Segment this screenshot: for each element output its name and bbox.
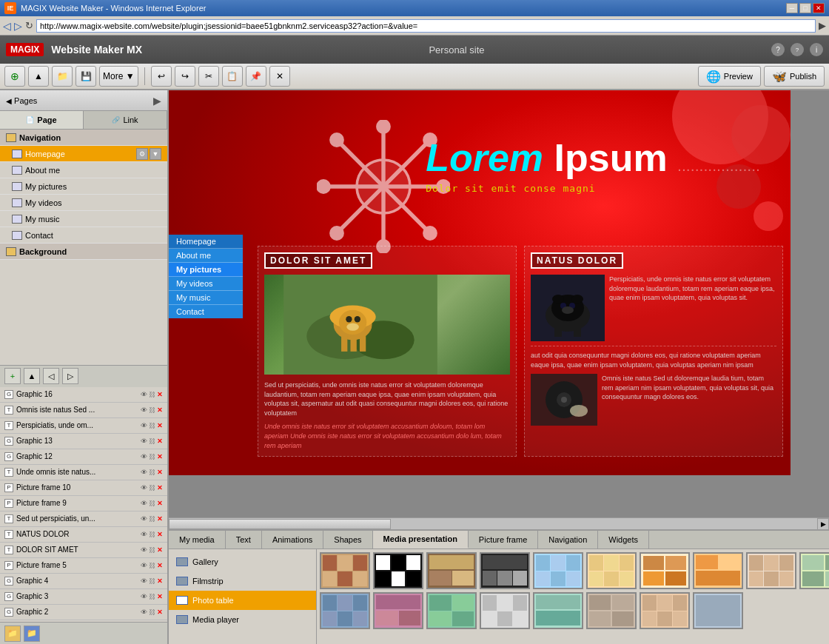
site-nav-videos[interactable]: My videos: [169, 277, 243, 291]
sidebar-item-pictures[interactable]: My pictures: [0, 178, 167, 195]
lock-icon[interactable]: ⛓: [149, 406, 155, 414]
lock-icon[interactable]: ⛓: [149, 422, 155, 429]
lock-icon[interactable]: ⛓: [149, 562, 155, 569]
open-button[interactable]: 📁: [52, 66, 73, 87]
layer-unde[interactable]: T Unde omnis iste natus... 👁 ⛓ ✕: [0, 465, 167, 480]
tab-widgets[interactable]: Widgets: [598, 531, 649, 549]
delete-layer-btn[interactable]: ✕: [157, 608, 163, 616]
thumb-10[interactable]: [799, 552, 829, 589]
delete-button[interactable]: ✕: [269, 66, 290, 87]
back-icon[interactable]: ◁: [3, 20, 11, 32]
tab-my-media[interactable]: My media: [169, 531, 226, 549]
delete-layer-btn[interactable]: ✕: [157, 593, 163, 600]
lock-icon[interactable]: ⛓: [149, 546, 155, 554]
canvas-scroll[interactable]: Lorem Ipsum ................... Dolor si…: [169, 90, 829, 517]
tab-page[interactable]: 📄 Page: [0, 111, 84, 129]
close-button[interactable]: ✕: [813, 3, 825, 13]
sidebar-item-background[interactable]: Background: [0, 244, 167, 260]
delete-layer-btn[interactable]: ✕: [157, 562, 163, 569]
eye-icon[interactable]: 👁: [141, 391, 147, 398]
upload-button[interactable]: ▲: [28, 66, 49, 87]
move-left-btn[interactable]: ◁: [43, 368, 59, 384]
eye-icon[interactable]: 👁: [141, 453, 147, 460]
eye-icon[interactable]: 👁: [141, 422, 147, 429]
layer-graphic12[interactable]: G Graphic 12 👁 ⛓ ✕: [0, 449, 167, 465]
delete-layer-btn[interactable]: ✕: [157, 453, 163, 460]
site-nav-music[interactable]: My music: [169, 291, 243, 305]
minimize-button[interactable]: ─: [786, 3, 798, 13]
lock-icon[interactable]: ⛓: [149, 608, 155, 616]
eye-icon[interactable]: 👁: [141, 593, 147, 600]
thumb-4[interactable]: [480, 552, 530, 589]
lock-icon[interactable]: ⛓: [149, 391, 155, 398]
move-up-btn[interactable]: ▲: [24, 368, 40, 384]
thumb-7[interactable]: [640, 552, 690, 589]
layer-natus[interactable]: T NATUS DOLOR 👁 ⛓ ✕: [0, 527, 167, 543]
site-nav-contact[interactable]: Contact: [169, 305, 243, 318]
thumb-2[interactable]: [373, 552, 423, 589]
layer-sed[interactable]: T Sed ut perspiciatis, un... 👁 ⛓ ✕: [0, 511, 167, 527]
delete-layer-btn[interactable]: ✕: [157, 437, 163, 445]
thumb-3[interactable]: [426, 552, 477, 589]
canvas-horizontal-scrollbar[interactable]: ▶: [169, 517, 829, 529]
site-nav-about[interactable]: About me: [169, 249, 243, 263]
thumb-16[interactable]: [480, 592, 530, 629]
lock-icon[interactable]: ⛓: [149, 469, 155, 476]
thumb-9[interactable]: [746, 552, 796, 589]
sidebar-collapse-btn[interactable]: ▶: [153, 95, 161, 107]
layer-graphic2[interactable]: G Graphic 2 👁 ⛓ ✕: [0, 605, 167, 620]
undo-button[interactable]: ↩: [151, 66, 172, 87]
media-item-gallery[interactable]: Gallery: [169, 552, 316, 571]
redo-button[interactable]: ↪: [175, 66, 195, 87]
media-item-media-player[interactable]: Media player: [169, 610, 316, 629]
more-button[interactable]: More ▼: [99, 66, 138, 87]
new-button[interactable]: ⊕: [4, 66, 25, 87]
delete-layer-btn[interactable]: ✕: [157, 391, 163, 398]
refresh-icon[interactable]: ↻: [25, 20, 33, 31]
delete-layer-btn[interactable]: ✕: [157, 406, 163, 414]
eye-icon[interactable]: 👁: [141, 406, 147, 414]
layer-pictureframe10[interactable]: P Picture frame 10 👁 ⛓ ✕: [0, 480, 167, 496]
site-nav-pictures[interactable]: My pictures: [169, 263, 243, 277]
tab-shapes[interactable]: Shapes: [323, 531, 372, 549]
dropdown-button[interactable]: ▼: [150, 148, 161, 160]
delete-layer-btn[interactable]: ✕: [157, 484, 163, 492]
thumb-17[interactable]: [533, 592, 583, 629]
eye-icon[interactable]: 👁: [141, 500, 147, 507]
add-page-btn[interactable]: +: [4, 368, 21, 384]
layer-perspiciatis[interactable]: T Perspiciatis, unde om... 👁 ⛓ ✕: [0, 418, 167, 434]
thumb-18[interactable]: [586, 592, 637, 629]
delete-layer-btn[interactable]: ✕: [157, 531, 163, 538]
eye-icon[interactable]: 👁: [141, 531, 147, 538]
eye-icon[interactable]: 👁: [141, 484, 147, 492]
site-nav-homepage[interactable]: Homepage: [169, 235, 243, 249]
layer-pictureframe5[interactable]: P Picture frame 5 👁 ⛓ ✕: [0, 558, 167, 574]
eye-icon[interactable]: 👁: [141, 546, 147, 554]
publish-button[interactable]: 🦋 Publish: [764, 66, 825, 87]
tab-text[interactable]: Text: [226, 531, 262, 549]
layer-graphic13[interactable]: G Graphic 13 👁 ⛓ ✕: [0, 434, 167, 449]
go-icon[interactable]: ▶: [819, 20, 826, 31]
eye-icon[interactable]: 👁: [141, 469, 147, 476]
cut-button[interactable]: ✂: [198, 66, 219, 87]
layer-omnis[interactable]: T Omnis iste natus Sed ... 👁 ⛓ ✕: [0, 403, 167, 418]
help-icon[interactable]: ?: [771, 43, 785, 56]
save-button[interactable]: 💾: [75, 66, 96, 87]
lock-icon[interactable]: ⛓: [149, 437, 155, 445]
forward-icon[interactable]: ▷: [14, 20, 22, 32]
lock-icon[interactable]: ⛓: [149, 500, 155, 507]
tab-link[interactable]: 🔗 Link: [84, 111, 167, 129]
delete-layer-btn[interactable]: ✕: [157, 469, 163, 476]
tab-animations[interactable]: Animations: [262, 531, 323, 549]
gear-button[interactable]: ⚙: [136, 148, 148, 160]
lock-icon[interactable]: ⛓: [149, 484, 155, 492]
lion-image[interactable]: [264, 275, 510, 375]
eye-icon[interactable]: 👁: [141, 577, 147, 585]
thumb-8[interactable]: [693, 552, 743, 589]
maximize-button[interactable]: □: [799, 3, 811, 13]
tab-picture-frame[interactable]: Picture frame: [469, 531, 538, 549]
scrollbar-right-btn[interactable]: ▶: [817, 518, 829, 530]
thumb-5[interactable]: [533, 552, 583, 589]
sidebar-item-about[interactable]: About me: [0, 162, 167, 178]
delete-layer-btn[interactable]: ✕: [157, 515, 163, 523]
